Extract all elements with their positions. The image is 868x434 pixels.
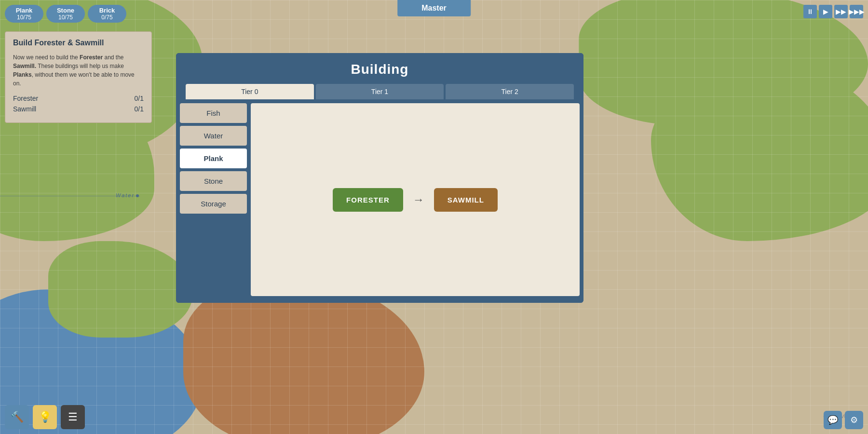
tutorial-forester-count: 0/1 <box>135 95 144 102</box>
forester-node[interactable]: FORESTER <box>333 188 403 212</box>
forester-bold: Forester <box>80 54 103 61</box>
category-water[interactable]: Water <box>180 126 247 146</box>
tab-tier-0[interactable]: Tier 0 <box>186 84 314 99</box>
category-list: Fish Water Plank Stone Storage <box>176 99 251 296</box>
tutorial-title: Build Forester & Sawmill <box>13 39 144 47</box>
water-route-dot <box>136 194 139 197</box>
modal-tabs: Tier 0 Tier 1 Tier 2 <box>176 84 583 99</box>
water-map-label: Water <box>116 192 135 198</box>
fast-button[interactable]: ▶▶ <box>834 5 848 18</box>
category-fish[interactable]: Fish <box>180 103 247 123</box>
lightbulb-button[interactable]: 💡 <box>33 405 57 429</box>
tutorial-sawmill-row: Sawmill 0/1 <box>13 105 144 113</box>
bottom-toolbar: 🔨 💡 ☰ <box>5 405 85 429</box>
tab-tier-1[interactable]: Tier 1 <box>316 84 444 99</box>
resource-brick: Brick 0/75 <box>88 5 126 23</box>
sawmill-node[interactable]: SAWMILL <box>434 188 498 212</box>
flow-arrow-icon: → <box>413 193 424 206</box>
building-modal: Building Tier 0 Tier 1 Tier 2 Fish Water… <box>176 53 583 303</box>
tutorial-forester-row: Forester 0/1 <box>13 95 144 102</box>
tutorial-sawmill-name: Sawmill <box>13 105 36 113</box>
speed-controls: ⏸ ▶ ▶▶ ▶▶▶ <box>803 5 863 18</box>
resource-stone: Stone 10/75 <box>46 5 85 23</box>
modal-title: Building <box>176 62 583 77</box>
tab-tier-2[interactable]: Tier 2 <box>446 84 574 99</box>
category-storage[interactable]: Storage <box>180 194 247 214</box>
tutorial-sawmill-count: 0/1 <box>135 105 144 113</box>
resource-stone-name: Stone <box>53 7 78 14</box>
faster-button[interactable]: ▶▶▶ <box>850 5 863 18</box>
building-content-area: FORESTER → SAWMILL <box>251 103 580 296</box>
tutorial-body: Now we need to build the Forester and th… <box>13 53 144 88</box>
resource-bar: Plank 10/75 Stone 10/75 Brick 0/75 <box>5 5 126 23</box>
resource-plank-name: Plank <box>12 7 37 14</box>
chat-icon-button[interactable]: 💬 <box>824 411 842 429</box>
resource-stone-count: 10/75 <box>53 14 78 21</box>
hammer-button[interactable]: 🔨 <box>5 405 29 429</box>
master-button[interactable]: Master <box>397 0 471 16</box>
menu-button[interactable]: ☰ <box>61 405 85 429</box>
resource-plank: Plank 10/75 <box>5 5 43 23</box>
resource-brick-count: 0/75 <box>95 14 120 21</box>
tutorial-panel: Build Forester & Sawmill Now we need to … <box>5 31 152 123</box>
tutorial-forester-name: Forester <box>13 95 38 102</box>
play-button[interactable]: ▶ <box>819 5 832 18</box>
building-flow: FORESTER → SAWMILL <box>333 188 498 212</box>
planks-bold: Planks <box>13 71 32 78</box>
resource-brick-name: Brick <box>95 7 120 14</box>
category-stone[interactable]: Stone <box>180 171 247 191</box>
modal-header: Building <box>176 53 583 84</box>
settings-icon-button[interactable]: ⚙ <box>845 411 863 429</box>
category-plank[interactable]: Plank <box>180 149 247 168</box>
bottom-right-icons: 💬 ⚙ <box>824 411 863 429</box>
sawmill-bold: Sawmill. <box>13 63 36 69</box>
pause-button[interactable]: ⏸ <box>803 5 817 18</box>
resource-plank-count: 10/75 <box>12 14 37 21</box>
modal-body: Fish Water Plank Stone Storage FORESTER … <box>176 99 583 303</box>
